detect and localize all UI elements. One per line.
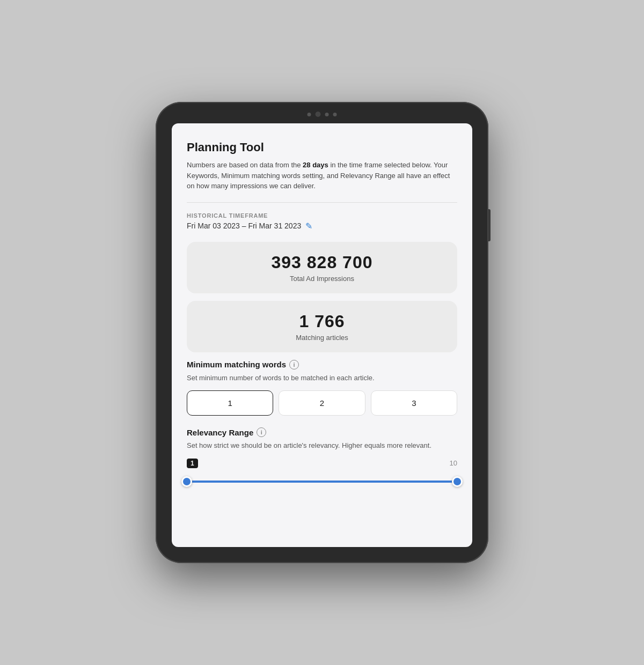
slider-thumb-left[interactable] (181, 476, 192, 487)
slider-track (187, 481, 457, 483)
impressions-label: Total Ad Impressions (195, 275, 449, 283)
page-title: Planning Tool (187, 141, 457, 154)
timeframe-value: Fri Mar 03 2023 – Fri Mar 31 2023 (187, 221, 301, 230)
edit-icon[interactable]: ✎ (305, 221, 312, 231)
slider-thumb-right[interactable] (452, 476, 463, 487)
minimum-matching-title: Minimum matching words i (187, 360, 457, 370)
relevancy-slider[interactable] (187, 474, 457, 490)
relevancy-description: Set how strict we should be on article's… (187, 440, 457, 451)
camera-lens (316, 112, 321, 117)
divider (187, 202, 457, 203)
minimum-matching-label: Minimum matching words (187, 360, 286, 369)
sensor-dot-2 (333, 113, 337, 116)
range-min-value: 1 (187, 459, 198, 468)
page-description: Numbers are based on data from the 28 da… (187, 160, 457, 191)
articles-number: 1 766 (195, 312, 449, 331)
sensor-dot (325, 113, 329, 116)
word-btn-3[interactable]: 3 (371, 390, 457, 416)
matching-words-buttons: 1 2 3 (187, 390, 457, 416)
relevancy-info-icon[interactable]: i (257, 427, 266, 437)
description-prefix: Numbers are based on data from the (187, 161, 303, 169)
tablet-device: Planning Tool Numbers are based on data … (156, 102, 488, 563)
articles-card: 1 766 Matching articles (187, 301, 457, 352)
timeframe-label: HISTORICAL TIMEFRAME (187, 212, 457, 219)
range-max-value: 10 (450, 459, 457, 467)
impressions-card: 393 828 700 Total Ad Impressions (187, 242, 457, 293)
word-btn-2[interactable]: 2 (279, 390, 365, 416)
relevancy-title: Relevancy Range i (187, 427, 457, 437)
camera-dot (308, 113, 311, 116)
tablet-top-bar (308, 112, 337, 117)
range-labels: 1 10 (187, 459, 457, 468)
word-btn-1[interactable]: 1 (187, 390, 273, 416)
side-button (488, 209, 491, 241)
articles-label: Matching articles (195, 334, 449, 342)
minimum-matching-description: Set minimum number of words to be matche… (187, 373, 457, 383)
minimum-matching-info-icon[interactable]: i (289, 360, 299, 370)
tablet-screen: Planning Tool Numbers are based on data … (172, 123, 472, 547)
timeframe-row: Fri Mar 03 2023 – Fri Mar 31 2023 ✎ (187, 221, 457, 231)
description-days: 28 days (303, 161, 328, 169)
relevancy-label: Relevancy Range (187, 428, 253, 437)
impressions-number: 393 828 700 (195, 253, 449, 272)
